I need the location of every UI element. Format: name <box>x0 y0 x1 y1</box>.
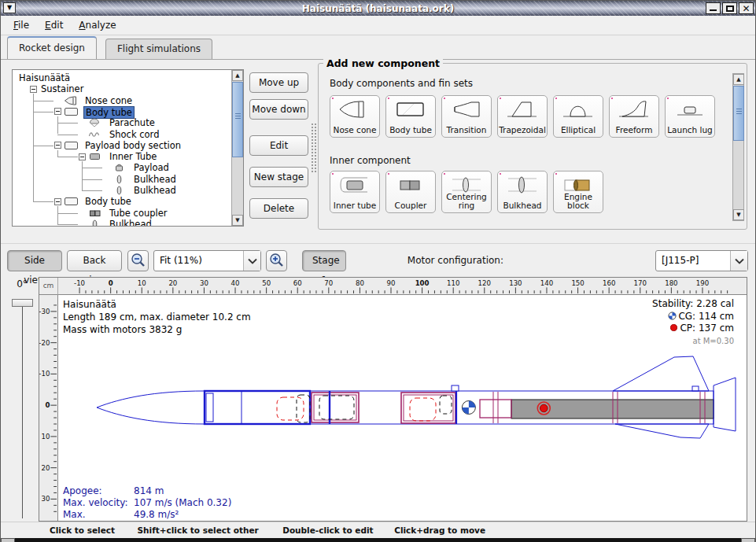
move-up-button[interactable]: Move up <box>249 72 308 93</box>
tab-flight-simulations[interactable]: Flight simulations <box>105 39 212 59</box>
add-freeform-button[interactable]: Freeform <box>609 95 659 138</box>
add-launch-lug-button[interactable]: Launch lug <box>665 95 715 138</box>
magnifier-plus-icon <box>267 251 286 271</box>
add-coupler-button[interactable]: Coupler <box>385 171 436 213</box>
add-trapezoidal-button[interactable]: Trapezoidal <box>497 95 548 138</box>
component-tree[interactable]: HaisunäätäSustainerNose coneBody tubePar… <box>13 70 231 226</box>
svg-text:20: 20 <box>168 279 177 287</box>
add-elliptical-button[interactable]: Elliptical <box>553 95 603 138</box>
minimize-icon <box>710 9 717 11</box>
resize-grip-right[interactable] <box>741 538 755 542</box>
rotation-slider-track[interactable] <box>22 307 23 518</box>
svg-text:110: 110 <box>447 279 459 287</box>
tree-collapse-icon[interactable] <box>54 108 61 115</box>
side-view-button[interactable]: Side view <box>7 250 62 271</box>
cp-icon <box>669 323 678 332</box>
tree-scrollbar[interactable]: ▲ ▼ <box>231 70 243 226</box>
menu-analyze[interactable]: Analyze <box>71 17 124 33</box>
move-down-button[interactable]: Move down <box>249 99 308 120</box>
innertube-icon <box>87 152 103 161</box>
add-bulkhead-button[interactable]: Bulkhead <box>497 171 548 213</box>
svg-text:160: 160 <box>603 279 615 287</box>
back-view-button[interactable]: Back view <box>67 250 122 271</box>
status-hint: Double-click to edit <box>282 525 373 535</box>
svg-text:-10: -10 <box>39 370 50 378</box>
titlebar: ▼ Haisunäätä (haisunaata.ork) ✕ <box>1 1 755 16</box>
maximize-button[interactable] <box>722 2 737 14</box>
tree-item-sustainer[interactable]: Sustainer <box>13 83 231 94</box>
tree-item-nose-cone[interactable]: Nose cone <box>13 95 231 106</box>
svg-text:0: 0 <box>45 401 50 409</box>
scroll-down-icon[interactable]: ▼ <box>232 215 243 226</box>
tree-item-parachute[interactable]: Parachute <box>13 117 231 128</box>
rocket-name: Haisunäätä <box>63 298 251 311</box>
new-stage-button[interactable]: New stage <box>249 167 308 187</box>
tree-item-body-tube[interactable]: Body tube <box>13 106 231 117</box>
splitter-handle[interactable] <box>311 123 317 173</box>
add-nose-cone-button[interactable]: Nose cone <box>330 95 380 138</box>
statusbar: Click to selectShift+click to select oth… <box>1 522 755 538</box>
rotation-slider[interactable] <box>12 299 33 307</box>
coupler-icon <box>87 208 103 218</box>
tree-item-payload-body-section[interactable]: Payload body section <box>13 140 231 151</box>
scroll-down-icon[interactable]: ▼ <box>733 209 744 220</box>
zoom-out-button[interactable] <box>127 250 149 271</box>
zoom-select-value: Fit (11%) <box>160 255 242 266</box>
component-label: Transition <box>443 126 490 135</box>
tree-item-tube-coupler[interactable]: Tube coupler <box>13 208 231 219</box>
add-body-tube-button[interactable]: Body tube <box>385 95 436 138</box>
component-scrollbar[interactable]: ▲ ▼ <box>732 73 744 221</box>
stage-1-toggle[interactable]: Stage 1 <box>302 250 346 271</box>
rocket-figure: cm -100102030405060708090100110120130140… <box>39 277 747 522</box>
svg-text:-10: -10 <box>74 279 85 287</box>
svg-text:140: 140 <box>540 279 553 287</box>
zoom-in-button[interactable] <box>266 250 287 271</box>
zoom-select[interactable]: Fit (11%) <box>153 250 261 271</box>
menu-file[interactable]: File <box>6 17 37 33</box>
edit-button[interactable]: Edit <box>249 135 308 156</box>
scrollbar-thumb[interactable] <box>733 86 744 141</box>
tree-item-bulkhead[interactable]: Bulkhead <box>13 185 231 196</box>
tree-item-label: Body tube <box>83 196 133 207</box>
rocket-canvas[interactable]: Haisunäätä Length 189 cm, max. diameter … <box>58 295 747 521</box>
tree-item-bulkhead[interactable]: Bulkhead <box>13 174 231 185</box>
scrollbar-thumb[interactable] <box>232 82 243 157</box>
svg-text:50: 50 <box>262 279 271 287</box>
tab-rocket-design[interactable]: Rocket design <box>7 36 97 59</box>
add-engine-block-button[interactable]: Engine block <box>553 171 603 213</box>
freeform-icon <box>617 98 651 120</box>
add-inner-tube-button[interactable]: Inner tube <box>330 171 380 213</box>
delete-button[interactable]: Delete <box>249 198 308 219</box>
rocket-dimensions: Length 189 cm, max. diameter 10.2 cm <box>63 311 251 323</box>
tree-collapse-icon[interactable] <box>54 198 61 205</box>
menu-edit[interactable]: Edit <box>37 17 71 33</box>
tree-item-inner-tube[interactable]: Inner Tube <box>13 151 231 162</box>
tree-collapse-icon[interactable] <box>30 86 37 93</box>
magnifier-minus-icon <box>128 251 148 271</box>
window-menu-icon[interactable]: ▼ <box>3 2 16 13</box>
scroll-up-icon[interactable]: ▲ <box>232 70 243 81</box>
component-label: Bulkhead <box>499 201 546 210</box>
add-component-groupbox: Add new component Body components and fi… <box>318 63 747 230</box>
tree-item-haisun-t-[interactable]: Haisunäätä <box>13 72 231 83</box>
add-centering-ring-button[interactable]: Centering ring <box>441 171 492 213</box>
add-transition-button[interactable]: Transition <box>441 95 492 138</box>
tree-item-bulkhead[interactable]: Bulkhead <box>13 219 231 226</box>
application-window: ▼ Haisunäätä (haisunaata.ork) ✕ FileEdit… <box>0 0 756 542</box>
tree-item-shock-cord[interactable]: Shock cord <box>13 129 231 140</box>
close-button[interactable]: ✕ <box>739 2 754 14</box>
launchlug-icon <box>673 98 707 120</box>
tree-item-payload[interactable]: Payload <box>13 162 231 173</box>
tree-collapse-icon[interactable] <box>79 153 86 160</box>
motor-configuration-select[interactable]: [J115-P] <box>655 250 748 271</box>
nosecone-icon <box>63 96 79 105</box>
resize-grip-left[interactable] <box>1 538 15 542</box>
scroll-up-icon[interactable]: ▲ <box>733 74 744 85</box>
tree-item-label: Inner Tube <box>108 151 158 162</box>
cp-value: 137 cm <box>699 323 734 334</box>
minimize-button[interactable] <box>706 2 721 14</box>
svg-text:100: 100 <box>415 279 430 287</box>
fin-top <box>613 356 709 391</box>
tree-item-body-tube[interactable]: Body tube <box>13 196 231 207</box>
tree-collapse-icon[interactable] <box>54 142 61 149</box>
